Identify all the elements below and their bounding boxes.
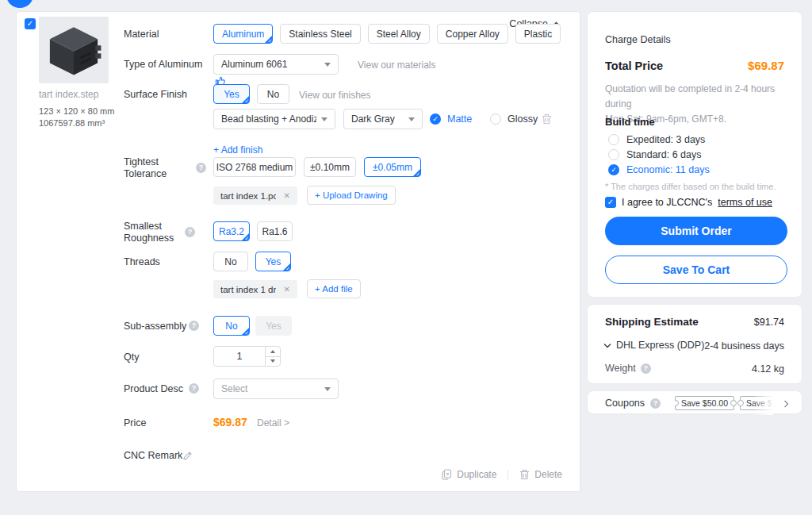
finish-process-dropdown[interactable]: Bead blasting + Anodizi <box>213 109 335 129</box>
aluminum-type-value: Aluminum 6061 <box>221 59 287 70</box>
charge-details-card: Charge Details Total Price $69.87 Quotat… <box>587 11 802 298</box>
product-desc-placeholder: Select <box>221 383 247 394</box>
pencil-edit-icon[interactable] <box>182 451 193 461</box>
material-options: Aluminum✓ Stainless Steel Steel Alloy Co… <box>213 24 561 44</box>
duplicate-icon <box>442 469 452 480</box>
product-desc-label: Product Desc <box>124 383 183 395</box>
chevron-right-icon[interactable] <box>783 400 789 408</box>
save-to-cart-button[interactable]: Save To Cart <box>605 256 787 284</box>
agree-terms-row: ✓ I agree to JLCCNC's terms of use <box>605 197 772 208</box>
threads-no-button[interactable]: No <box>213 252 248 271</box>
selected-check-icon: ✓ <box>416 171 420 177</box>
subassembly-help-icon[interactable]: ? <box>189 321 199 331</box>
coupons-card: Coupons ? Save $50.00 Save $40.0 <box>587 390 802 414</box>
qty-increment-button[interactable] <box>266 347 280 357</box>
shipping-method-row[interactable]: DHL Express (DDP) <box>603 340 704 351</box>
tolerance-option-010[interactable]: ±0.10mm <box>304 157 356 177</box>
glossy-label: Glossy <box>508 113 538 125</box>
roughness-help-icon[interactable]: ? <box>185 227 195 237</box>
tolerance-options: ISO 2768 medium ±0.10mm ±0.05mm✓ <box>213 157 421 177</box>
product-desc-dropdown[interactable]: Select <box>213 379 339 399</box>
material-option-copper-alloy[interactable]: Copper Alloy <box>437 24 508 44</box>
terms-of-use-link[interactable]: terms of use <box>718 197 772 208</box>
weight-help-icon[interactable]: ? <box>641 363 651 374</box>
shipping-title: Shipping Estimate <box>605 316 699 328</box>
matte-radio-group[interactable]: ✓ Matte <box>430 113 472 125</box>
part-select-checkbox[interactable]: ✓ <box>25 18 36 29</box>
build-time-option-economic[interactable]: ✓ Economic: 11 days <box>608 164 710 175</box>
glossy-radio-group[interactable]: Glossy <box>490 113 538 125</box>
upload-drawing-button[interactable]: + Upload Drawing <box>307 186 396 205</box>
part-config-panel: Collapse ✓ tart index.step 123 × 120 × 8… <box>16 11 580 492</box>
total-price-value: $69.87 <box>748 59 784 72</box>
duplicate-button[interactable]: Duplicate <box>442 469 496 480</box>
matte-label: Matte <box>447 113 472 125</box>
remove-file-icon[interactable]: ✕ <box>284 191 290 200</box>
roughness-option-ra32[interactable]: Ra3.2✓ <box>213 221 250 241</box>
view-finishes-link[interactable]: View our finishes <box>299 90 371 101</box>
agree-checkbox[interactable]: ✓ <box>605 197 616 208</box>
qty-input[interactable]: 1 <box>214 347 265 366</box>
finish-color-dropdown[interactable]: Dark Gray <box>343 109 423 129</box>
glossy-radio-off[interactable] <box>490 113 501 125</box>
tolerance-option-005[interactable]: ±0.05mm✓ <box>364 157 421 177</box>
weight-row: Weight ? <box>605 363 651 374</box>
selected-check-icon: ✓ <box>244 330 249 336</box>
subassembly-no-button[interactable]: No✓ <box>213 316 250 336</box>
chevron-down-icon <box>324 63 331 67</box>
qty-stepper: 1 <box>213 346 281 367</box>
threads-file-name: tart index 1 drawi... <box>220 285 276 294</box>
roughness-option-ra16[interactable]: Ra1.6 <box>257 221 293 241</box>
coupon-chip-50[interactable]: Save $50.00 <box>675 396 734 410</box>
product-desc-help-icon[interactable]: ? <box>189 383 199 394</box>
coupons-help-icon[interactable]: ? <box>650 398 661 409</box>
build-time-note: * The charges differ based on the build … <box>605 182 776 191</box>
part-thumbnail[interactable] <box>39 17 109 83</box>
build-time-option-expedited[interactable]: Expedited: 3 days <box>608 134 705 145</box>
qty-spinner <box>265 347 280 366</box>
radio-off-icon <box>608 134 619 145</box>
add-finish-link[interactable]: + Add finish <box>213 144 262 156</box>
total-price-label: Total Price <box>605 60 663 72</box>
delete-button[interactable]: Delete <box>519 469 562 480</box>
material-option-aluminum[interactable]: Aluminum✓ <box>213 24 273 44</box>
coupon-chips: Save $50.00 Save $40.0 <box>675 391 773 415</box>
price-label: Price <box>124 417 146 429</box>
submit-order-button[interactable]: Submit Order <box>605 217 787 245</box>
qty-decrement-button[interactable] <box>266 357 280 367</box>
view-materials-link[interactable]: View our materials <box>358 60 435 71</box>
aluminum-type-dropdown[interactable]: Aluminum 6061 <box>213 54 339 75</box>
surface-finish-yes-button[interactable]: Yes✓ <box>213 84 250 104</box>
material-option-steel-alloy[interactable]: Steel Alloy <box>368 24 430 44</box>
tolerance-file-name: tart index 1.pdf <box>220 191 276 201</box>
material-option-plastic[interactable]: Plastic <box>515 24 561 44</box>
selected-check-icon: ✓ <box>244 98 249 104</box>
price-detail-link[interactable]: Detail > <box>257 417 289 429</box>
threads-label: Threads <box>124 256 160 268</box>
add-file-button[interactable]: + Add file <box>307 279 361 298</box>
subassembly-toggle: No✓ Yes <box>213 316 292 336</box>
material-option-stainless-steel[interactable]: Stainless Steel <box>280 24 360 44</box>
tolerance-option-iso[interactable]: ISO 2768 medium <box>213 157 296 177</box>
corner-blue-badge[interactable] <box>6 0 33 8</box>
arrow-down-icon <box>270 359 275 363</box>
subassembly-yes-button[interactable]: Yes <box>255 316 292 336</box>
finish-process-value: Bead blasting + Anodizi <box>221 113 316 125</box>
weight-value: 4.12 kg <box>752 363 784 375</box>
remove-file-icon[interactable]: ✕ <box>284 285 290 294</box>
threads-yes-button[interactable]: Yes✓ <box>255 252 291 271</box>
part-volume: 1067597.88 mm³ <box>39 118 105 128</box>
part-dimensions: 123 × 120 × 80 mm <box>39 106 114 116</box>
radio-on-icon: ✓ <box>608 164 619 175</box>
qty-label: Qty <box>124 352 139 363</box>
build-time-option-standard[interactable]: Standard: 6 days <box>608 149 702 160</box>
shipping-method: DHL Express (DDP) <box>616 340 704 351</box>
threads-file-chip: tart index 1 drawi... ✕ <box>213 280 297 298</box>
matte-radio-on[interactable]: ✓ <box>430 113 441 125</box>
trash-icon[interactable] <box>542 113 552 125</box>
part-3d-preview-icon <box>45 24 102 76</box>
threads-toggle: No Yes✓ <box>213 252 291 271</box>
chevron-down-icon <box>321 117 327 121</box>
tolerance-help-icon[interactable]: ? <box>196 163 206 173</box>
surface-finish-no-button[interactable]: No <box>257 84 289 104</box>
